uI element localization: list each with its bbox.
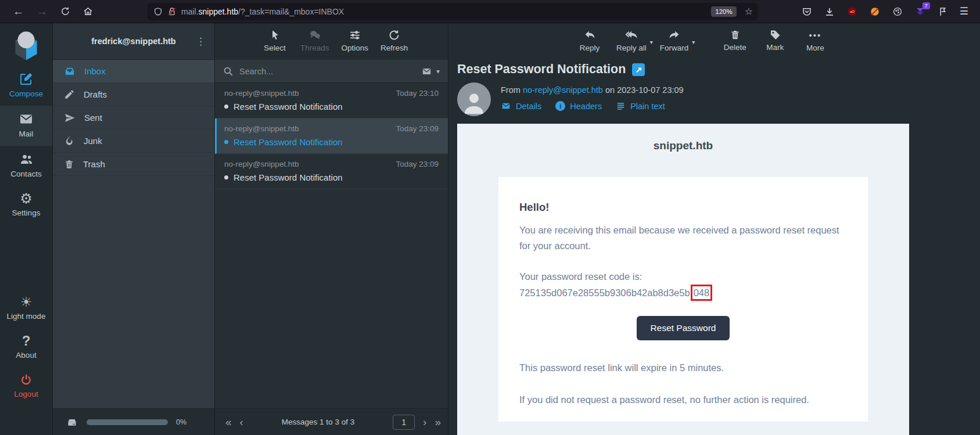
cookie-icon[interactable]	[892, 6, 903, 17]
reload-icon[interactable]	[60, 6, 70, 16]
more-button[interactable]: ••• More	[802, 29, 828, 52]
first-page-icon[interactable]: «	[225, 416, 232, 427]
webmail-app: Compose Mail Contacts ⚙ Settings	[0, 23, 980, 435]
message-time: Today 23:10	[396, 89, 439, 98]
reply-button[interactable]: Reply	[576, 29, 603, 52]
refresh-icon	[388, 29, 400, 41]
folder-label: Inbox	[84, 66, 106, 76]
email-body-frame: snippet.htb Hello! You are receiving thi…	[457, 124, 909, 435]
contacts-icon	[19, 152, 34, 166]
reply-all-icon	[624, 29, 639, 41]
ublock-icon[interactable]: uO	[846, 6, 858, 17]
search-bar: ▾	[215, 60, 448, 83]
last-page-icon[interactable]: »	[435, 416, 441, 427]
shield-icon[interactable]	[153, 7, 163, 16]
message-list-pane: Select Threads Options	[215, 23, 448, 435]
downloads-icon[interactable]	[824, 6, 835, 17]
sidebar-item-light-mode[interactable]: ☀ Light mode	[0, 289, 52, 328]
threads-icon	[308, 29, 322, 41]
folder-options-kebab-icon[interactable]: ⋮	[196, 35, 206, 48]
app-sidebar: Compose Mail Contacts ⚙ Settings	[0, 23, 52, 435]
mark-button[interactable]: Mark	[762, 29, 788, 52]
toolbar-label: More	[806, 44, 824, 52]
options-button[interactable]: Options	[342, 29, 369, 52]
roundcube-logo-icon	[10, 23, 42, 66]
message-row[interactable]: no-reply@snippet.htbToday 23:10 Reset Pa…	[215, 83, 448, 118]
menu-icon[interactable]: ☰	[960, 5, 968, 17]
forward-icon[interactable]: →	[37, 6, 48, 17]
script-blocker-icon[interactable]	[869, 6, 881, 17]
insecure-lock-icon[interactable]	[167, 7, 177, 16]
folder-pane: fredrick@snippet.htb ⋮ Inbox Drafts	[52, 23, 215, 435]
unread-dot	[224, 105, 228, 109]
email-intro-text: You are receiving this email because we …	[519, 222, 847, 254]
list-toolbar: Select Threads Options	[215, 23, 448, 60]
sidebar-item-logout[interactable]: Logout	[0, 367, 52, 406]
toolbar-label: Reply	[580, 44, 600, 52]
send-icon	[64, 112, 76, 124]
search-scope[interactable]: ▾	[421, 67, 440, 76]
pocket-icon[interactable]	[801, 6, 813, 17]
screen: ← →	[0, 0, 980, 435]
folder-drafts[interactable]: Drafts	[53, 83, 214, 106]
previous-page-icon[interactable]: ‹	[240, 416, 243, 427]
message-sender: no-reply@snippet.htb	[224, 160, 299, 168]
sidebar-item-contacts[interactable]: Contacts	[0, 146, 52, 186]
headers-button[interactable]: i Headers	[555, 101, 602, 111]
folder-trash[interactable]: Trash	[53, 153, 214, 176]
details-button[interactable]: Details	[501, 101, 541, 111]
folder-inbox[interactable]: Inbox	[53, 60, 214, 83]
message-row-selected[interactable]: no-reply@snippet.htbToday 23:09 Reset Pa…	[215, 118, 448, 154]
delete-button[interactable]: Delete	[721, 29, 748, 52]
quota-footer: 0%	[53, 408, 214, 435]
folder-sent[interactable]: Sent	[53, 106, 214, 130]
reset-code-value: 725135d067e28555b9306b42ab8d3e5b048	[519, 285, 847, 301]
sidebar-item-label: Settings	[12, 208, 41, 217]
search-icon	[223, 66, 234, 77]
sidebar-item-about[interactable]: ? About	[0, 328, 52, 367]
back-icon[interactable]: ←	[13, 6, 24, 17]
url-text: mail.snippet.htb/?_task=mail&_mbox=INBOX	[181, 7, 706, 16]
reply-all-button[interactable]: Reply all ▾	[616, 29, 647, 52]
forward-caret-icon[interactable]: ▾	[692, 39, 695, 45]
message-header: Reset Password Notification ↗ From no-re…	[448, 60, 980, 116]
proxy-extension-icon[interactable]: 7	[914, 6, 926, 17]
plain-text-button[interactable]: Plain text	[616, 101, 665, 111]
folder-label: Drafts	[84, 89, 107, 99]
sender-address-link[interactable]: no-reply@snippet.htb	[523, 85, 603, 95]
reply-icon	[583, 29, 597, 41]
bookmark-star-icon[interactable]: ☆	[745, 6, 753, 17]
search-input[interactable]	[239, 67, 415, 76]
sidebar-item-compose[interactable]: Compose	[0, 66, 52, 106]
select-button[interactable]: Select	[261, 29, 288, 52]
refresh-button[interactable]: Refresh	[380, 29, 408, 52]
email-expiry-text: This password reset link will expire in …	[519, 360, 847, 376]
open-in-new-window-icon[interactable]: ↗	[632, 63, 645, 76]
folder-label: Junk	[84, 136, 102, 146]
zoom-level-badge[interactable]: 120%	[711, 6, 736, 17]
page-number-input[interactable]	[393, 415, 415, 430]
unread-dot	[224, 175, 228, 179]
url-bar[interactable]: mail.snippet.htb/?_task=mail&_mbox=INBOX…	[148, 3, 758, 20]
extensions-icon[interactable]	[937, 6, 949, 17]
next-page-icon[interactable]: ›	[423, 416, 426, 427]
reply-all-caret-icon[interactable]: ▾	[650, 39, 653, 45]
home-icon[interactable]	[83, 6, 93, 16]
reset-code-block: Your password reset code is: 725135d067e…	[519, 269, 847, 301]
reset-password-button[interactable]: Reset Password	[637, 316, 730, 340]
sidebar-item-settings[interactable]: ⚙ Settings	[0, 186, 52, 225]
folder-junk[interactable]: Junk	[53, 130, 214, 153]
message-view-pane: Reply Reply all ▾ Forward ▾	[448, 23, 980, 435]
message-sender: no-reply@snippet.htb	[224, 89, 299, 98]
sidebar-item-mail[interactable]: Mail	[0, 106, 52, 146]
forward-button[interactable]: Forward ▾	[660, 29, 689, 52]
mail-icon	[19, 112, 33, 126]
message-from-line: From no-reply@snippet.htb on 2023-10-07 …	[501, 85, 684, 95]
threads-button[interactable]: Threads	[300, 29, 329, 52]
sidebar-item-label: Light mode	[7, 312, 46, 321]
message-row[interactable]: no-reply@snippet.htbToday 23:09 Reset Pa…	[215, 154, 448, 189]
sidebar-item-label: Logout	[14, 390, 38, 398]
message-time: Today 23:09	[396, 124, 439, 133]
power-icon	[20, 373, 33, 386]
sender-avatar	[457, 82, 491, 116]
